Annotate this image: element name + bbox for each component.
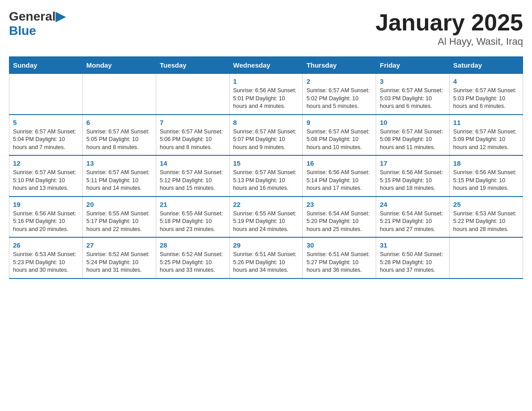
calendar-cell: 3Sunrise: 6:57 AM Sunset: 5:03 PM Daylig… — [376, 74, 450, 115]
day-info: Sunrise: 6:56 AM Sunset: 5:01 PM Dayligh… — [233, 87, 299, 111]
calendar-day-header: Saturday — [450, 57, 523, 74]
day-info: Sunrise: 6:56 AM Sunset: 5:14 PM Dayligh… — [306, 169, 372, 193]
day-info: Sunrise: 6:57 AM Sunset: 5:03 PM Dayligh… — [453, 87, 519, 111]
day-number: 22 — [233, 201, 299, 208]
calendar-cell: 21Sunrise: 6:55 AM Sunset: 5:18 PM Dayli… — [156, 197, 229, 238]
day-info: Sunrise: 6:57 AM Sunset: 5:10 PM Dayligh… — [13, 169, 79, 193]
calendar-day-header: Thursday — [303, 57, 376, 74]
calendar-week-row: 26Sunrise: 6:53 AM Sunset: 5:23 PM Dayli… — [9, 237, 523, 278]
calendar-cell: 15Sunrise: 6:57 AM Sunset: 5:13 PM Dayli… — [229, 155, 303, 197]
calendar-week-row: 1Sunrise: 6:56 AM Sunset: 5:01 PM Daylig… — [9, 74, 523, 115]
day-info: Sunrise: 6:57 AM Sunset: 5:06 PM Dayligh… — [160, 128, 226, 152]
day-number: 28 — [160, 241, 226, 249]
day-number: 16 — [306, 159, 372, 167]
day-number: 10 — [380, 119, 446, 126]
day-number: 5 — [13, 119, 79, 126]
calendar-day-header: Wednesday — [229, 57, 303, 74]
day-info: Sunrise: 6:54 AM Sunset: 5:21 PM Dayligh… — [380, 210, 446, 234]
day-number: 25 — [453, 201, 519, 208]
calendar-cell: 23Sunrise: 6:54 AM Sunset: 5:20 PM Dayli… — [303, 197, 376, 238]
calendar-cell: 18Sunrise: 6:56 AM Sunset: 5:15 PM Dayli… — [450, 155, 523, 197]
calendar-cell: 20Sunrise: 6:55 AM Sunset: 5:17 PM Dayli… — [82, 197, 156, 238]
calendar-cell — [9, 74, 83, 115]
day-info: Sunrise: 6:57 AM Sunset: 5:04 PM Dayligh… — [13, 128, 79, 152]
page-subtitle: Al Hayy, Wasit, Iraq — [375, 36, 523, 47]
day-number: 13 — [86, 159, 152, 167]
day-info: Sunrise: 6:57 AM Sunset: 5:09 PM Dayligh… — [453, 128, 519, 152]
day-number: 7 — [160, 119, 226, 126]
day-info: Sunrise: 6:51 AM Sunset: 5:26 PM Dayligh… — [233, 251, 299, 274]
calendar-cell: 13Sunrise: 6:57 AM Sunset: 5:11 PM Dayli… — [82, 155, 156, 197]
calendar-week-row: 12Sunrise: 6:57 AM Sunset: 5:10 PM Dayli… — [9, 155, 523, 197]
logo-general: General — [9, 9, 56, 23]
title-block: January 2025 Al Hayy, Wasit, Iraq — [375, 9, 523, 47]
logo: General▶ Blue — [9, 9, 65, 38]
calendar-cell: 28Sunrise: 6:52 AM Sunset: 5:25 PM Dayli… — [156, 237, 229, 278]
day-number: 17 — [380, 159, 446, 167]
calendar-cell: 31Sunrise: 6:50 AM Sunset: 5:28 PM Dayli… — [376, 237, 450, 278]
calendar-day-header: Monday — [82, 57, 156, 74]
calendar-day-header: Friday — [376, 57, 450, 74]
page-header: General▶ Blue January 2025 Al Hayy, Wasi… — [9, 9, 523, 47]
day-number: 19 — [13, 201, 79, 208]
day-info: Sunrise: 6:56 AM Sunset: 5:15 PM Dayligh… — [380, 169, 446, 193]
calendar-cell: 6Sunrise: 6:57 AM Sunset: 5:05 PM Daylig… — [82, 115, 156, 156]
day-info: Sunrise: 6:52 AM Sunset: 5:24 PM Dayligh… — [86, 251, 152, 274]
calendar-cell: 2Sunrise: 6:57 AM Sunset: 5:02 PM Daylig… — [303, 74, 376, 115]
calendar-day-header: Sunday — [9, 57, 83, 74]
day-info: Sunrise: 6:56 AM Sunset: 5:15 PM Dayligh… — [453, 169, 519, 193]
day-info: Sunrise: 6:55 AM Sunset: 5:19 PM Dayligh… — [233, 210, 299, 234]
calendar-cell: 27Sunrise: 6:52 AM Sunset: 5:24 PM Dayli… — [82, 237, 156, 278]
calendar-day-header: Tuesday — [156, 57, 229, 74]
calendar-cell: 5Sunrise: 6:57 AM Sunset: 5:04 PM Daylig… — [9, 115, 83, 156]
day-number: 4 — [453, 77, 519, 85]
calendar-cell: 7Sunrise: 6:57 AM Sunset: 5:06 PM Daylig… — [156, 115, 229, 156]
day-number: 30 — [306, 241, 372, 249]
day-number: 12 — [13, 159, 79, 167]
day-info: Sunrise: 6:53 AM Sunset: 5:23 PM Dayligh… — [13, 251, 79, 274]
calendar-header-row: SundayMondayTuesdayWednesdayThursdayFrid… — [9, 57, 523, 74]
day-info: Sunrise: 6:50 AM Sunset: 5:28 PM Dayligh… — [380, 251, 446, 274]
day-info: Sunrise: 6:57 AM Sunset: 5:11 PM Dayligh… — [86, 169, 152, 193]
day-info: Sunrise: 6:56 AM Sunset: 5:16 PM Dayligh… — [13, 210, 79, 234]
calendar-cell: 30Sunrise: 6:51 AM Sunset: 5:27 PM Dayli… — [303, 237, 376, 278]
calendar-cell: 4Sunrise: 6:57 AM Sunset: 5:03 PM Daylig… — [450, 74, 523, 115]
day-number: 29 — [233, 241, 299, 249]
day-info: Sunrise: 6:57 AM Sunset: 5:08 PM Dayligh… — [306, 128, 372, 152]
day-info: Sunrise: 6:57 AM Sunset: 5:03 PM Dayligh… — [380, 87, 446, 111]
calendar-cell: 11Sunrise: 6:57 AM Sunset: 5:09 PM Dayli… — [450, 115, 523, 156]
calendar-cell: 19Sunrise: 6:56 AM Sunset: 5:16 PM Dayli… — [9, 197, 83, 238]
calendar-cell: 17Sunrise: 6:56 AM Sunset: 5:15 PM Dayli… — [376, 155, 450, 197]
calendar-cell: 22Sunrise: 6:55 AM Sunset: 5:19 PM Dayli… — [229, 197, 303, 238]
day-info: Sunrise: 6:54 AM Sunset: 5:20 PM Dayligh… — [306, 210, 372, 234]
day-info: Sunrise: 6:52 AM Sunset: 5:25 PM Dayligh… — [160, 251, 226, 274]
day-number: 26 — [13, 241, 79, 249]
day-info: Sunrise: 6:51 AM Sunset: 5:27 PM Dayligh… — [306, 251, 372, 274]
calendar-cell: 26Sunrise: 6:53 AM Sunset: 5:23 PM Dayli… — [9, 237, 83, 278]
calendar-cell: 10Sunrise: 6:57 AM Sunset: 5:08 PM Dayli… — [376, 115, 450, 156]
calendar-cell — [156, 74, 229, 115]
logo-blue-text: Blue — [9, 24, 36, 38]
calendar-cell: 24Sunrise: 6:54 AM Sunset: 5:21 PM Dayli… — [376, 197, 450, 238]
day-info: Sunrise: 6:57 AM Sunset: 5:12 PM Dayligh… — [160, 169, 226, 193]
day-number: 18 — [453, 159, 519, 167]
day-number: 8 — [233, 119, 299, 126]
calendar-cell: 16Sunrise: 6:56 AM Sunset: 5:14 PM Dayli… — [303, 155, 376, 197]
calendar-cell: 29Sunrise: 6:51 AM Sunset: 5:26 PM Dayli… — [229, 237, 303, 278]
day-info: Sunrise: 6:57 AM Sunset: 5:13 PM Dayligh… — [233, 169, 299, 193]
day-info: Sunrise: 6:57 AM Sunset: 5:07 PM Dayligh… — [233, 128, 299, 152]
day-number: 20 — [86, 201, 152, 208]
day-number: 15 — [233, 159, 299, 167]
day-number: 21 — [160, 201, 226, 208]
day-number: 23 — [306, 201, 372, 208]
calendar-cell: 25Sunrise: 6:53 AM Sunset: 5:22 PM Dayli… — [450, 197, 523, 238]
calendar-cell: 1Sunrise: 6:56 AM Sunset: 5:01 PM Daylig… — [229, 74, 303, 115]
calendar-table: SundayMondayTuesdayWednesdayThursdayFrid… — [9, 56, 523, 279]
calendar-cell: 8Sunrise: 6:57 AM Sunset: 5:07 PM Daylig… — [229, 115, 303, 156]
day-number: 2 — [306, 77, 372, 85]
day-number: 31 — [380, 241, 446, 249]
day-number: 27 — [86, 241, 152, 249]
calendar-cell: 12Sunrise: 6:57 AM Sunset: 5:10 PM Dayli… — [9, 155, 83, 197]
day-number: 3 — [380, 77, 446, 85]
page-title: January 2025 — [375, 9, 523, 36]
